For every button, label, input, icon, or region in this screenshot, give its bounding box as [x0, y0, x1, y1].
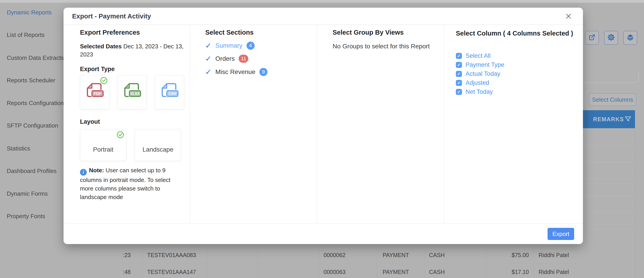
- sidebar-item-custom-data-extracts[interactable]: Custom Data Extracts: [7, 54, 64, 61]
- csv-file-icon: CSV: [159, 82, 180, 103]
- cell-number: 0000063: [324, 264, 346, 278]
- sidebar-item-sftp-configuration[interactable]: SFTP Configuration: [7, 122, 58, 129]
- checkbox-checked-icon[interactable]: [456, 71, 462, 77]
- close-icon[interactable]: [565, 12, 572, 21]
- column-option-adjusted[interactable]: Adjusted: [456, 78, 489, 87]
- checkbox-checked-icon[interactable]: [456, 89, 462, 95]
- open-in-new-icon: [588, 33, 596, 42]
- layout-portrait-label: Portrait: [93, 146, 113, 153]
- group-by-heading: Select Group By Views: [332, 29, 404, 36]
- checkbox-checked-icon[interactable]: [456, 80, 462, 86]
- dialog-header: Export - Payment Activity: [64, 8, 583, 25]
- info-icon: [80, 169, 87, 176]
- sidebar-item-reports-configuration[interactable]: Reports Configuration: [7, 100, 64, 107]
- layers-icon: [626, 33, 634, 42]
- remarks-header-label: REMARKS: [593, 110, 624, 128]
- section-label: Orders: [216, 55, 235, 62]
- remarks-column-header: REMARKS: [579, 110, 635, 128]
- export-dialog: Export - Payment Activity Export Prefere…: [64, 8, 583, 244]
- layout-label: Layout: [80, 118, 100, 125]
- xlsx-file-icon: XLSX: [122, 82, 142, 103]
- cell-confirmation: TESTEV01AAA083: [147, 247, 196, 263]
- selected-check-icon: [100, 76, 108, 85]
- column-divider: [586, 110, 587, 128]
- export-type-label: Export Type: [80, 66, 115, 73]
- export-type-csv[interactable]: CSV: [155, 75, 184, 109]
- selected-dates-label: Selected Dates: [80, 43, 122, 50]
- layout-landscape[interactable]: Landscape: [135, 129, 181, 161]
- svg-text:XLSX: XLSX: [130, 92, 140, 96]
- sidebar-item-dynamic-forms[interactable]: Dynamic Forms: [7, 190, 48, 197]
- cell-type: PAYMENT: [382, 247, 409, 263]
- sidebar-item-property-fonts[interactable]: Property Fonts: [7, 213, 45, 220]
- selected-check-icon: [116, 131, 124, 140]
- cell-method: CASH: [429, 264, 444, 278]
- column-option-label[interactable]: Select All: [466, 52, 490, 59]
- select-sections-heading: Select Sections: [205, 29, 254, 36]
- column-option-select-all[interactable]: Select All: [456, 51, 490, 60]
- filter-funnel-icon[interactable]: [624, 115, 632, 124]
- export-type-options: PDF XLSX: [80, 75, 184, 109]
- note: Note: User can select up to 9 columns in…: [80, 166, 182, 201]
- export-button[interactable]: Export: [548, 228, 574, 240]
- layout-options: Portrait Landscape: [80, 129, 181, 161]
- sidebar-item-list-of-reports[interactable]: List of Reports: [7, 31, 44, 38]
- export-type-xlsx[interactable]: XLSX: [118, 75, 147, 109]
- cell-time: :23: [104, 247, 131, 263]
- settings-button[interactable]: [604, 31, 618, 45]
- open-in-new-button[interactable]: [585, 31, 599, 45]
- count-badge: 9: [259, 68, 268, 76]
- column-option-label[interactable]: Adjusted: [466, 79, 489, 86]
- checkbox-checked-icon[interactable]: [456, 62, 462, 68]
- column-option-payment-type[interactable]: Payment Type: [456, 60, 504, 69]
- cell-amount: $75.00: [484, 247, 529, 263]
- sidebar-item-dashboard-profiles[interactable]: Dashboard Profiles: [7, 167, 56, 174]
- dialog-body: Export Preferences Selected Dates Dec 13…: [64, 25, 583, 223]
- sidebar-item-statistics[interactable]: Statistics: [7, 145, 30, 152]
- check-icon: [205, 54, 211, 63]
- cell-number: 0000062: [324, 247, 346, 263]
- select-column-heading: Select Column ( 4 Columns Selected ): [456, 29, 579, 38]
- checkbox-checked-icon[interactable]: [456, 53, 462, 59]
- selected-dates: Selected Dates Dec 13, 2023 - Dec 13, 20…: [80, 42, 186, 58]
- count-badge: 11: [239, 55, 248, 63]
- section-label: Misc Revenue: [216, 68, 255, 76]
- check-icon: [205, 41, 211, 50]
- export-type-pdf[interactable]: PDF: [80, 75, 109, 109]
- column-option-actual-today[interactable]: Actual Today: [456, 69, 500, 78]
- count-badge: 4: [246, 42, 255, 50]
- cell-amount: $17.10: [484, 264, 529, 278]
- settings-gear-icon: [607, 33, 615, 42]
- section-summary[interactable]: Summary 4: [205, 41, 255, 50]
- group-by-empty-text: No Groups to select for this Report: [332, 43, 430, 50]
- check-icon: [205, 68, 211, 76]
- column-option-net-today[interactable]: Net Today: [456, 87, 493, 96]
- cell-time: :48: [104, 264, 131, 278]
- section-label: Summary: [216, 42, 242, 49]
- section-orders[interactable]: Orders 11: [205, 54, 248, 63]
- layers-button[interactable]: [623, 31, 637, 45]
- dialog-footer: Export: [64, 223, 583, 244]
- svg-text:CSV: CSV: [168, 92, 177, 96]
- column-divider: [190, 25, 190, 223]
- column-divider: [444, 25, 444, 223]
- select-columns-button[interactable]: Select Columns: [589, 93, 636, 106]
- cell-type: PAYMENT: [382, 264, 409, 278]
- column-option-label[interactable]: Net Today: [466, 88, 493, 95]
- section-misc-revenue[interactable]: Misc Revenue 9: [205, 68, 268, 76]
- layout-landscape-label: Landscape: [142, 146, 173, 153]
- cell-user: Riddhi Patel: [538, 264, 569, 278]
- report-toolbar: [585, 31, 637, 45]
- note-label: Note:: [89, 167, 104, 174]
- cell-confirmation: TESTEV01AAA147: [147, 264, 196, 278]
- screen: Dynamic Reports List of Reports Custom D…: [0, 0, 644, 278]
- column-option-label[interactable]: Payment Type: [466, 61, 504, 68]
- sidebar-item-dynamic-reports[interactable]: Dynamic Reports: [7, 9, 52, 16]
- sidebar-item-reports-scheduler[interactable]: Reports Scheduler: [7, 77, 55, 84]
- export-preferences-heading: Export Preferences: [80, 29, 140, 36]
- column-divider: [317, 25, 317, 223]
- cell-method: CASH: [429, 247, 444, 263]
- column-option-label[interactable]: Actual Today: [466, 70, 500, 77]
- svg-text:PDF: PDF: [94, 92, 102, 96]
- layout-portrait[interactable]: Portrait: [80, 129, 126, 161]
